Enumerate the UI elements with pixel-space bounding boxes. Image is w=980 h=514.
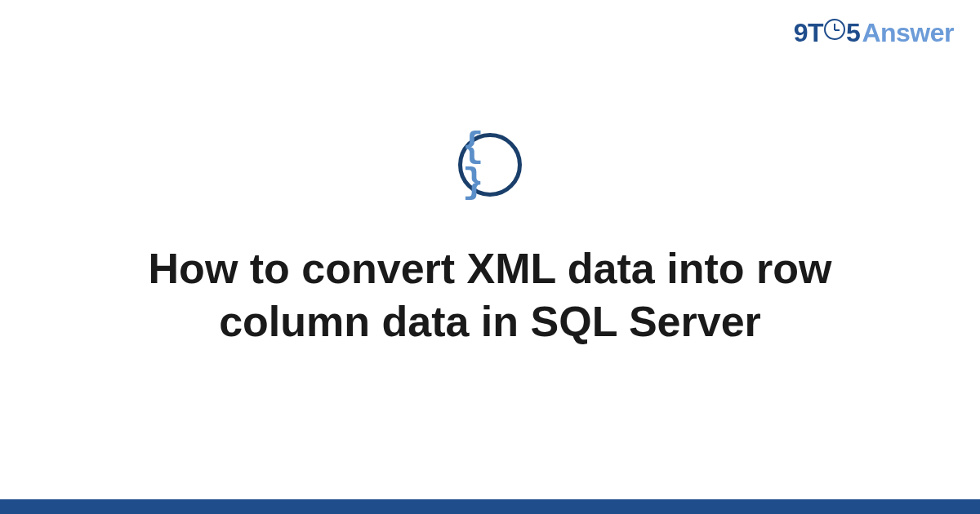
logo-text-answer: Answer	[862, 18, 954, 48]
logo-text-9t: 9T	[794, 18, 823, 48]
braces-glyph: { }	[462, 129, 518, 201]
clock-icon	[824, 19, 845, 40]
page-title: How to convert XML data into row column …	[82, 242, 898, 348]
footer-bar	[0, 499, 980, 514]
site-logo[interactable]: 9T 5 Answer	[794, 18, 954, 48]
code-braces-icon: { }	[458, 133, 522, 197]
logo-text-5: 5	[846, 18, 860, 48]
main-content: { } How to convert XML data into row col…	[0, 0, 980, 514]
